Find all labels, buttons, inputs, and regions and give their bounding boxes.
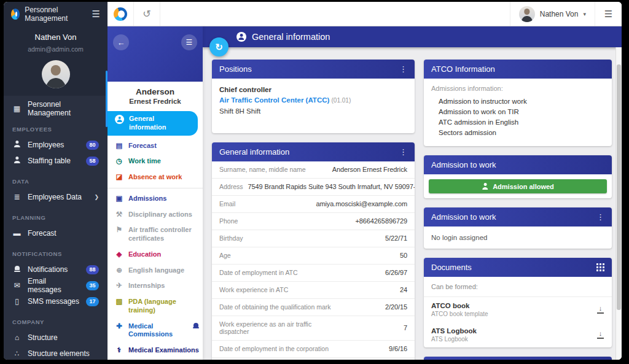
sidebar-item-structure-elements[interactable]: ∴Structure elements — [4, 346, 107, 360]
info-row-work-experience-in-atc: Work experience in ATC 24 — [212, 282, 415, 299]
count-badge: 88 — [86, 265, 99, 274]
topbar-menu-button[interactable]: ☰ — [595, 2, 622, 26]
admission-login-card: Admission to work ⋮ No login assigned — [424, 207, 612, 249]
tab-absence-at-work[interactable]: ◪ Absence at work — [107, 169, 203, 185]
general-info-card-title: General information — [219, 147, 289, 157]
count-badge: 58 — [86, 157, 99, 166]
home-logo-button[interactable] — [107, 2, 134, 26]
admission-login-card-title: Admission to work — [431, 212, 496, 222]
clock-icon: ◷ — [115, 157, 123, 165]
employee-sidebar: ← ☰ Anderson Ernest Fredrick General inf… — [107, 26, 203, 360]
org-link[interactable]: Air Traffic Control Center (ATCC) — [219, 96, 329, 104]
tab-special-knowledges[interactable]: ◩ Special knowledges — [107, 358, 203, 360]
kebab-menu-icon[interactable]: ⋮ — [399, 148, 407, 156]
bell-icon — [193, 323, 199, 329]
atco-item: Admission to instructor work — [431, 96, 604, 106]
app-title: Personnel Management — [25, 6, 87, 23]
current-user-name: Nathen Von — [4, 33, 107, 42]
nodes-icon: ∴ — [12, 349, 21, 358]
tab-english-language[interactable]: ⊕ English language — [107, 263, 203, 279]
dashboard-icon: ▦ — [12, 104, 21, 113]
no-login-text: No login assigned — [424, 227, 612, 249]
main-scrollbar[interactable] — [615, 47, 622, 360]
sidebar-item-notifications[interactable]: Notifications88 — [4, 261, 107, 277]
sidebar-item-employees[interactable]: Employees80 — [4, 137, 107, 153]
monitor-icon: ▣ — [115, 194, 123, 203]
info-row-surname-name-middle-name: Surname, name, middle name Anderson Erne… — [212, 161, 415, 179]
atco-item: ATC admission in English — [431, 117, 604, 127]
tab-internships[interactable]: ✈ Internships — [107, 278, 203, 294]
info-row-date-of-obtaining-the-qualification-mark: Date of obtaining the qualification mark… — [212, 299, 415, 316]
sidebar-item-staffing-table[interactable]: Staffing table58 — [4, 153, 107, 169]
topbar: ↺ Nathen Von ▾ ☰ — [107, 2, 622, 26]
download-icon[interactable] — [596, 306, 604, 314]
person-icon — [236, 32, 246, 42]
documents-card-title: Documents — [431, 263, 472, 272]
kebab-menu-icon[interactable]: ⋮ — [596, 213, 604, 221]
med_cross-icon: ✚ — [115, 322, 123, 330]
atco-card: ATCO Information Admissions information:… — [424, 60, 612, 146]
kebab-menu-icon[interactable]: ⋮ — [399, 65, 407, 73]
absence-icon: ◪ — [115, 172, 123, 181]
main-area: General information ↻ Positions ⋮ Chief … — [203, 26, 622, 360]
sidebar-item-sms-messages[interactable]: ▯SMS messages17 — [4, 293, 107, 309]
info-row-date-of-employment-in-the-corporation: Date of employment in the corporation 9/… — [212, 341, 415, 358]
back-button[interactable]: ← — [113, 34, 129, 50]
hammer-icon: ⚒ — [115, 210, 123, 219]
document-row-ats-logbook: ATS Logbook ATS Logbook — [424, 322, 612, 347]
grid-icon[interactable] — [596, 263, 604, 271]
current-user-email: admin@admin.com — [4, 45, 107, 53]
archives-card: Archives ▣ Export data — [424, 357, 612, 360]
main-scrollbar-thumb[interactable] — [617, 64, 621, 310]
position-org: Air Traffic Control Center (ATCC) (01.01… — [219, 95, 407, 106]
globe-icon: ⊕ — [115, 266, 123, 274]
user-menu[interactable]: Nathen Von ▾ — [510, 2, 595, 26]
tab-medical-examinations[interactable]: ⚕ Medical Examinations — [107, 343, 203, 358]
tab-air-traffic-controller-certificates[interactable]: ⚑ Air traffic controller certificates — [107, 222, 203, 247]
atco-items: Admission to instructor workAdmission to… — [431, 96, 604, 137]
list-icon: ☰ — [604, 9, 612, 20]
flag-icon: ⚑ — [115, 225, 123, 234]
tab-education[interactable]: ◈ Education — [107, 247, 203, 263]
tab-admissions[interactable]: ▣ Admissions — [107, 191, 203, 207]
email-icon: ✉ — [12, 281, 21, 290]
tab-forecast[interactable]: ▤ Forecast — [107, 138, 203, 154]
person-icon — [12, 141, 21, 150]
forecast-icon: ▤ — [115, 141, 123, 150]
topbar-user-name: Nathen Von — [540, 10, 579, 18]
general-info-rows: Surname, name, middle name Anderson Erne… — [212, 161, 415, 360]
pda_lang-icon: ▧ — [115, 297, 123, 306]
refresh-button[interactable]: ↻ — [209, 37, 229, 56]
sidebar-section-data: DATA — [4, 169, 107, 189]
employee-menu-button[interactable]: ☰ — [181, 34, 197, 50]
tab-pda-language-training[interactable]: ▧ PDA (language training) — [107, 294, 203, 319]
list-icon: ≣ — [12, 193, 21, 201]
sidebar-item-personnel-management[interactable]: ▦Personnel Management — [4, 101, 107, 117]
count-badge: 80 — [86, 141, 99, 150]
documents-list: ATCO book ATCO book template ATS Logbook… — [424, 297, 612, 347]
sidebar-item-forecast[interactable]: ▬Forecast — [4, 225, 107, 241]
bell-icon — [12, 265, 21, 274]
topbar-avatar — [519, 6, 535, 22]
bar-icon: ▬ — [12, 229, 21, 238]
sidebar-item-structure[interactable]: ⌂Structure — [4, 330, 107, 346]
tab-work-time[interactable]: ◷ Work time — [107, 153, 203, 169]
info-row-birthday: Birthday 5/22/71 — [212, 230, 415, 247]
sidebar-item-email-messages[interactable]: ✉Email messages35 — [4, 277, 107, 293]
person-check-icon — [482, 183, 488, 190]
sidebar-item-employees-data[interactable]: ≣Employees Data❯ — [4, 189, 107, 205]
tab-medical-commissions[interactable]: ✚ Medical Commissions — [107, 319, 203, 343]
documents-intro: Can be formed: — [424, 277, 612, 297]
count-badge: 17 — [86, 297, 99, 306]
history-button[interactable]: ↺ — [134, 2, 160, 26]
history-icon: ↺ — [143, 8, 150, 20]
info-row-age: Age 50 — [212, 247, 415, 265]
positions-card: Positions ⋮ Chief controller Air Traffic… — [212, 60, 415, 133]
admission-allowed-button[interactable]: Admission allowed — [429, 179, 607, 193]
hamburger-icon[interactable]: ☰ — [92, 9, 100, 20]
tab-disciplinary-actions[interactable]: ⚒ Disciplinary actions — [107, 207, 203, 223]
tab-general-information[interactable]: General information — [107, 111, 198, 136]
sidebar-section-employees: EMPLOYEES — [4, 117, 107, 137]
download-icon[interactable] — [596, 331, 604, 339]
current-user-avatar[interactable] — [42, 60, 70, 88]
